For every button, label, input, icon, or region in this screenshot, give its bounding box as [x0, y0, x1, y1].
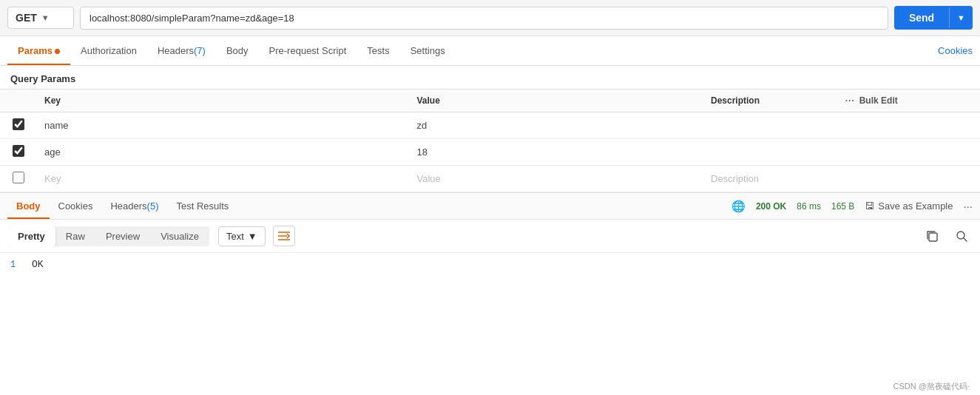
resp-tab-test-results[interactable]: Test Results [168, 193, 238, 219]
row2-checkbox-cell [0, 139, 37, 166]
row3-key-placeholder[interactable]: Key [37, 166, 410, 192]
url-input[interactable] [80, 7, 888, 30]
save-icon: 🖫 [865, 200, 874, 212]
svg-line-5 [964, 238, 967, 241]
row3-actions [838, 166, 980, 192]
table-row: name zd [0, 112, 980, 139]
row2-key[interactable]: age [37, 139, 410, 166]
format-right-actions [921, 226, 973, 246]
row1-description[interactable] [703, 112, 838, 139]
svg-rect-3 [929, 233, 937, 241]
wrap-button[interactable] [273, 226, 295, 246]
col-key: Key [37, 90, 410, 112]
resp-tab-cookies[interactable]: Cookies [50, 193, 102, 219]
status-code: 200 OK [756, 201, 786, 212]
fmt-raw[interactable]: Raw [55, 226, 95, 246]
send-label: Send [894, 6, 949, 30]
method-chevron-icon: ▼ [41, 13, 50, 22]
text-format-select[interactable]: Text ▼ [218, 226, 266, 246]
fmt-pretty[interactable]: Pretty [7, 226, 55, 246]
table-row-empty: Key Value Description [0, 166, 980, 192]
row1-actions [838, 112, 980, 139]
row2-actions [838, 139, 980, 166]
table-row: age 18 [0, 139, 980, 166]
resp-tab-body[interactable]: Body [7, 193, 50, 219]
view-format-group: Pretty Raw Preview Visualize [7, 226, 209, 246]
response-size: 165 B [831, 201, 854, 212]
response-body: 1 OK [0, 253, 980, 276]
row2-value[interactable]: 18 [410, 139, 704, 166]
tab-body[interactable]: Body [216, 36, 259, 65]
send-chevron-icon[interactable]: ▼ [949, 7, 973, 28]
tab-headers[interactable]: Headers(7) [147, 36, 216, 65]
cookies-link[interactable]: Cookies [938, 36, 973, 65]
row2-checkbox[interactable] [13, 145, 24, 157]
bulk-edit-label[interactable]: Bulk Edit [859, 95, 898, 106]
fmt-visualize[interactable]: Visualize [150, 226, 209, 246]
more-options-button[interactable]: ··· [963, 200, 973, 212]
more-options-icon[interactable]: ··· [845, 95, 855, 106]
row1-checkbox[interactable] [13, 118, 24, 130]
row2-description[interactable] [703, 139, 838, 166]
line-number-1: 1 [10, 260, 16, 270]
tab-settings[interactable]: Settings [400, 36, 456, 65]
col-checkbox [0, 90, 37, 112]
row3-value-placeholder[interactable]: Value [410, 166, 704, 192]
fmt-preview[interactable]: Preview [95, 226, 150, 246]
col-value: Value [410, 90, 704, 112]
query-params-label: Query Params [0, 66, 980, 89]
row3-checkbox[interactable] [13, 172, 24, 183]
tab-params[interactable]: Params [7, 36, 70, 65]
col-description: Description [703, 90, 838, 112]
format-bar: Pretty Raw Preview Visualize Text ▼ [0, 220, 980, 253]
params-dot [55, 49, 60, 54]
tab-tests[interactable]: Tests [356, 36, 399, 65]
col-actions: ··· Bulk Edit [838, 90, 980, 112]
svg-point-4 [957, 232, 964, 239]
method-dropdown[interactable]: GET ▼ [7, 7, 74, 29]
save-example-button[interactable]: 🖫 Save as Example [865, 200, 953, 212]
method-value: GET [16, 12, 37, 24]
row1-checkbox-cell [0, 112, 37, 139]
line-content-1: OK [32, 259, 44, 270]
response-tabs: Body Cookies Headers(5) Test Results 🌐 2… [0, 192, 980, 220]
tab-pre-request[interactable]: Pre-request Script [259, 36, 357, 65]
request-tabs: Params Authorization Headers(7) Body Pre… [0, 36, 980, 66]
resp-tab-headers[interactable]: Headers(5) [101, 193, 167, 219]
params-table: Key Value Description ··· Bulk Edit name… [0, 89, 980, 192]
send-button[interactable]: Send ▼ [894, 6, 973, 30]
tab-authorization[interactable]: Authorization [70, 36, 147, 65]
response-status-area: 🌐 200 OK 86 ms 165 B 🖫 Save as Example ·… [731, 200, 973, 213]
row1-key[interactable]: name [37, 112, 410, 139]
globe-icon: 🌐 [731, 200, 746, 213]
row1-value[interactable]: zd [410, 112, 704, 139]
row3-checkbox-cell [0, 166, 37, 192]
search-button[interactable] [950, 226, 973, 246]
text-select-chevron: ▼ [248, 231, 257, 242]
copy-button[interactable] [921, 226, 943, 246]
url-bar: GET ▼ Send ▼ [0, 0, 980, 36]
row3-desc-placeholder[interactable]: Description [703, 166, 838, 192]
response-time: 86 ms [797, 201, 821, 212]
